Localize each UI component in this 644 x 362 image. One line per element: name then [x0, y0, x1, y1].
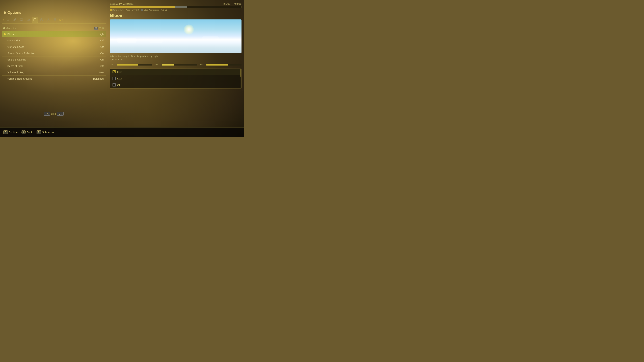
checkbox-low — [112, 77, 116, 80]
gpu-bar-fill — [162, 64, 174, 65]
cpu-label: CPU — [110, 63, 116, 66]
setting-name-ssr: Screen Space Reflection — [8, 52, 100, 55]
setting-name-dof: Depth of Field — [8, 64, 100, 67]
performance-bars: CPU GPU VRAM — [110, 63, 242, 66]
vram-current: 4.65 GB — [222, 3, 230, 5]
svg-rect-4 — [27, 19, 29, 21]
setting-value-bloom: High — [98, 33, 104, 35]
tab-nav-right[interactable]: E » — [59, 18, 64, 21]
tab-icon-graphics[interactable] — [32, 17, 38, 23]
tab-icon-user[interactable] — [45, 17, 51, 23]
setting-value-vignette: Off — [100, 45, 104, 48]
tab-icon-power[interactable] — [38, 17, 44, 23]
tab-icon-q[interactable]: Q — [5, 17, 11, 23]
vram-section: Estimated VRAM Usage 4.65 GB / 7.93 GB M… — [110, 3, 242, 11]
page-prev[interactable]: « A — [44, 112, 50, 116]
svg-marker-3 — [29, 19, 30, 20]
clear-filter-badge[interactable]: X — [94, 27, 98, 30]
legend-other-value: 0.75 GB — [161, 9, 167, 11]
legend-other-dot — [142, 9, 143, 11]
setting-name-vrs: Variable Rate Shading — [8, 77, 93, 80]
option-high-label: High — [117, 70, 122, 73]
vram-perf-bar-bg — [206, 64, 242, 65]
page-next[interactable]: D » — [57, 112, 64, 116]
svg-marker-13 — [99, 27, 101, 29]
option-low-label: Low — [117, 77, 122, 80]
setting-value-motion-blur: Off — [100, 39, 104, 42]
options-title: Options — [4, 10, 21, 15]
section-label: Graphics — [6, 27, 16, 30]
bottom-bar: F Confirm 0 Back R Sub-menu — [0, 127, 244, 137]
cloud-2 — [150, 39, 163, 43]
setting-name-ssss: SSSS Scattering — [8, 58, 100, 61]
key-r: R — [36, 130, 41, 134]
section-header: Graphics X All — [2, 26, 106, 30]
preview-image — [110, 19, 242, 53]
title-text: Options — [8, 10, 21, 15]
legend-other-label: Other Applications — [144, 9, 159, 11]
setting-value-ssr: On — [100, 52, 104, 55]
option-low[interactable]: Low — [110, 75, 241, 82]
setting-value-dof: Off — [100, 64, 104, 67]
cloud-1 — [116, 38, 137, 43]
vram-values: 4.65 GB / 7.93 GB — [222, 3, 242, 5]
cpu-bar-bg — [117, 64, 152, 65]
filter-label: All — [102, 27, 104, 29]
vram-label: Estimated VRAM Usage — [110, 3, 134, 5]
vram-header: Estimated VRAM Usage 4.65 GB / 7.93 GB — [110, 3, 242, 5]
setting-row-vrs[interactable]: Variable Rate Shading Balanced — [2, 76, 106, 82]
option-off-label: Off — [117, 84, 120, 86]
setting-name-motion-blur: Motion Blur — [8, 39, 100, 42]
gpu-bar-bg — [162, 64, 197, 65]
confirm-label: Confirm — [9, 131, 18, 134]
gpu-label: GPU — [155, 63, 161, 66]
vram-bar — [110, 6, 242, 8]
option-high[interactable]: ✓ High — [110, 69, 241, 75]
tab-nav-left[interactable]: « — [2, 18, 4, 21]
option-off[interactable]: Off — [110, 82, 241, 88]
action-submenu: R Sub-menu — [36, 130, 54, 134]
vram-bar-item: VRAM — [200, 63, 242, 66]
preview-title: Bloom — [110, 13, 242, 18]
right-panel: Estimated VRAM Usage 4.65 GB / 7.93 GB M… — [107, 0, 244, 127]
back-label: Back — [27, 131, 32, 134]
cloud-3 — [202, 36, 219, 40]
preview-description: Adjusts the strength of the blur produce… — [110, 55, 242, 61]
setting-name-fog: Volumetric Fog — [8, 71, 99, 74]
scroll-thumb — [240, 69, 241, 77]
tab-icon-screen[interactable] — [18, 17, 24, 23]
gpu-bar-item: GPU — [155, 63, 197, 66]
tab-icon-globe[interactable] — [52, 17, 58, 23]
vram-bar-other — [175, 6, 187, 8]
vram-perf-bar-fill — [206, 64, 228, 65]
setting-row-motion-blur[interactable]: Motion Blur Off — [2, 37, 106, 44]
key-back: 0 — [22, 130, 26, 134]
setting-row-ssr[interactable]: Screen Space Reflection On — [2, 50, 106, 56]
checkbox-off — [112, 83, 116, 86]
cpu-bar-fill — [117, 64, 138, 65]
options-dropdown: ✓ High Low Off — [110, 68, 242, 88]
tab-icon-tools[interactable] — [12, 17, 18, 23]
svg-point-9 — [48, 18, 49, 19]
setting-row-dof[interactable]: Depth of Field Off — [2, 63, 106, 69]
cpu-bar-item: CPU — [110, 63, 152, 66]
setting-row-fog[interactable]: Volumetric Fog Low — [2, 69, 106, 76]
checkmark-high: ✓ — [113, 71, 115, 73]
setting-row-bloom[interactable]: Bloom High — [2, 31, 106, 37]
title-dot — [4, 11, 6, 14]
filter-icon — [99, 27, 101, 29]
setting-row-vignette[interactable]: Vignette Effect Off — [2, 44, 106, 50]
tab-icon-display[interactable] — [25, 17, 31, 23]
vram-bar-mhw — [110, 6, 175, 8]
page-indicator: « A 3 / 3 D » — [44, 112, 64, 116]
setting-value-vrs: Balanced — [93, 77, 104, 80]
legend-mhw: Monster Hunter Wilds 3.90 GB — [110, 9, 139, 11]
filter-area: X All — [94, 27, 104, 30]
action-back: 0 Back — [22, 130, 32, 134]
tab-bar: « Q — [2, 17, 106, 24]
setting-row-ssss[interactable]: SSSS Scattering On — [2, 56, 106, 63]
checkbox-high: ✓ — [112, 70, 116, 73]
scrollbar[interactable] — [240, 69, 241, 88]
selected-dot — [4, 33, 6, 35]
svg-rect-0 — [20, 18, 23, 20]
